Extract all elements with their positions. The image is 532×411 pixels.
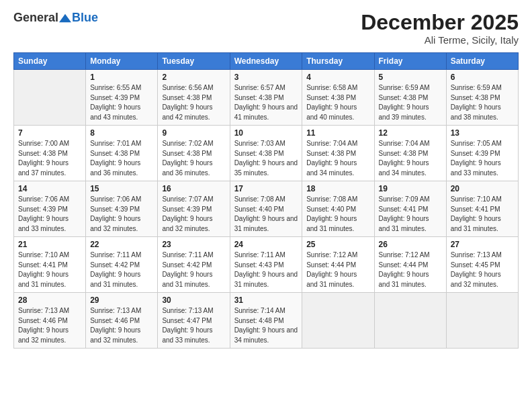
logo: General Blue: [13, 11, 98, 25]
day-number: 22: [90, 240, 153, 249]
day-number: 29: [90, 295, 153, 305]
day-number: 21: [18, 240, 81, 249]
day-info: Sunrise: 7:14 AMSunset: 4:48 PMDaylight:…: [234, 306, 298, 345]
page: General Blue December 2025 Ali Terme, Si…: [0, 0, 532, 411]
day-number: 4: [306, 73, 369, 82]
day-info: Sunrise: 7:12 AMSunset: 4:44 PMDaylight:…: [306, 250, 369, 289]
calendar-cell: 17Sunrise: 7:08 AMSunset: 4:40 PMDayligh…: [230, 181, 302, 237]
calendar-cell: 13Sunrise: 7:05 AMSunset: 4:39 PMDayligh…: [446, 126, 518, 181]
day-number: 17: [234, 184, 298, 193]
weekday-saturday: Saturday: [446, 53, 518, 70]
svg-marker-0: [59, 13, 71, 22]
day-number: 26: [379, 240, 442, 249]
day-number: 15: [90, 184, 153, 193]
calendar-cell: 26Sunrise: 7:12 AMSunset: 4:44 PMDayligh…: [374, 237, 446, 293]
day-number: 14: [18, 184, 81, 193]
calendar-cell: 27Sunrise: 7:13 AMSunset: 4:45 PMDayligh…: [446, 237, 518, 293]
logo-blue: Blue: [72, 11, 98, 25]
day-number: 11: [306, 128, 369, 138]
calendar-cell: 20Sunrise: 7:10 AMSunset: 4:41 PMDayligh…: [446, 181, 518, 237]
month-title: December 2025: [361, 11, 519, 34]
calendar-cell: 24Sunrise: 7:11 AMSunset: 4:43 PMDayligh…: [230, 237, 302, 293]
day-info: Sunrise: 7:07 AMSunset: 4:39 PMDaylight:…: [162, 195, 225, 234]
day-info: Sunrise: 7:04 AMSunset: 4:38 PMDaylight:…: [306, 139, 369, 178]
day-info: Sunrise: 7:04 AMSunset: 4:38 PMDaylight:…: [379, 139, 442, 178]
calendar-week-1: 1Sunrise: 6:55 AMSunset: 4:39 PMDaylight…: [14, 70, 519, 126]
day-info: Sunrise: 7:10 AMSunset: 4:41 PMDaylight:…: [18, 250, 81, 289]
calendar-cell: [446, 293, 518, 349]
calendar-cell: 2Sunrise: 6:56 AMSunset: 4:38 PMDaylight…: [158, 70, 230, 126]
day-info: Sunrise: 6:55 AMSunset: 4:39 PMDaylight:…: [90, 83, 153, 122]
day-info: Sunrise: 7:11 AMSunset: 4:42 PMDaylight:…: [90, 250, 153, 289]
calendar-cell: 5Sunrise: 6:59 AMSunset: 4:38 PMDaylight…: [374, 70, 446, 126]
calendar-cell: 12Sunrise: 7:04 AMSunset: 4:38 PMDayligh…: [374, 126, 446, 181]
calendar-cell: 11Sunrise: 7:04 AMSunset: 4:38 PMDayligh…: [302, 126, 374, 181]
header: General Blue December 2025 Ali Terme, Si…: [13, 11, 519, 46]
day-number: 7: [18, 128, 81, 138]
calendar-cell: 3Sunrise: 6:57 AMSunset: 4:38 PMDaylight…: [230, 70, 302, 126]
day-info: Sunrise: 7:03 AMSunset: 4:38 PMDaylight:…: [234, 139, 298, 178]
day-number: 5: [379, 73, 442, 82]
weekday-tuesday: Tuesday: [158, 53, 230, 70]
calendar-week-5: 28Sunrise: 7:13 AMSunset: 4:46 PMDayligh…: [14, 293, 519, 349]
day-number: 6: [451, 73, 514, 82]
day-info: Sunrise: 6:59 AMSunset: 4:38 PMDaylight:…: [379, 83, 442, 122]
location: Ali Terme, Sicily, Italy: [361, 34, 519, 46]
calendar-week-2: 7Sunrise: 7:00 AMSunset: 4:38 PMDaylight…: [14, 126, 519, 181]
day-info: Sunrise: 6:59 AMSunset: 4:38 PMDaylight:…: [451, 83, 514, 122]
day-number: 31: [234, 295, 298, 305]
day-info: Sunrise: 6:57 AMSunset: 4:38 PMDaylight:…: [234, 83, 298, 122]
weekday-sunday: Sunday: [14, 53, 86, 70]
title-block: December 2025 Ali Terme, Sicily, Italy: [361, 11, 519, 46]
day-number: 30: [162, 295, 225, 305]
weekday-monday: Monday: [86, 53, 158, 70]
day-number: 28: [18, 295, 81, 305]
day-info: Sunrise: 7:08 AMSunset: 4:40 PMDaylight:…: [234, 195, 298, 234]
calendar-week-4: 21Sunrise: 7:10 AMSunset: 4:41 PMDayligh…: [14, 237, 519, 293]
day-info: Sunrise: 6:56 AMSunset: 4:38 PMDaylight:…: [162, 83, 225, 122]
calendar-cell: 14Sunrise: 7:06 AMSunset: 4:39 PMDayligh…: [14, 181, 86, 237]
calendar-cell: [14, 70, 86, 126]
day-info: Sunrise: 6:58 AMSunset: 4:38 PMDaylight:…: [306, 83, 369, 122]
weekday-thursday: Thursday: [302, 53, 374, 70]
calendar-cell: 15Sunrise: 7:06 AMSunset: 4:39 PMDayligh…: [86, 181, 158, 237]
weekday-header-row: SundayMondayTuesdayWednesdayThursdayFrid…: [14, 53, 519, 70]
calendar-cell: 10Sunrise: 7:03 AMSunset: 4:38 PMDayligh…: [230, 126, 302, 181]
day-info: Sunrise: 7:00 AMSunset: 4:38 PMDaylight:…: [18, 139, 81, 178]
day-info: Sunrise: 7:10 AMSunset: 4:41 PMDaylight:…: [451, 195, 514, 234]
day-number: 2: [162, 73, 225, 82]
day-number: 9: [162, 128, 225, 138]
day-info: Sunrise: 7:11 AMSunset: 4:43 PMDaylight:…: [234, 250, 298, 289]
weekday-wednesday: Wednesday: [230, 53, 302, 70]
calendar-cell: 8Sunrise: 7:01 AMSunset: 4:38 PMDaylight…: [86, 126, 158, 181]
calendar-cell: 16Sunrise: 7:07 AMSunset: 4:39 PMDayligh…: [158, 181, 230, 237]
day-info: Sunrise: 7:13 AMSunset: 4:46 PMDaylight:…: [18, 306, 81, 345]
day-info: Sunrise: 7:09 AMSunset: 4:41 PMDaylight:…: [379, 195, 442, 234]
calendar-table: SundayMondayTuesdayWednesdayThursdayFrid…: [13, 52, 519, 349]
day-number: 13: [451, 128, 514, 138]
calendar-cell: 28Sunrise: 7:13 AMSunset: 4:46 PMDayligh…: [14, 293, 86, 349]
day-info: Sunrise: 7:01 AMSunset: 4:38 PMDaylight:…: [90, 139, 153, 178]
calendar-cell: 22Sunrise: 7:11 AMSunset: 4:42 PMDayligh…: [86, 237, 158, 293]
calendar-cell: 6Sunrise: 6:59 AMSunset: 4:38 PMDaylight…: [446, 70, 518, 126]
day-number: 12: [379, 128, 442, 138]
calendar-cell: 23Sunrise: 7:11 AMSunset: 4:42 PMDayligh…: [158, 237, 230, 293]
logo-text: General Blue: [13, 11, 98, 25]
day-number: 24: [234, 240, 298, 249]
calendar-cell: 29Sunrise: 7:13 AMSunset: 4:46 PMDayligh…: [86, 293, 158, 349]
day-number: 8: [90, 128, 153, 138]
logo-general: General: [13, 11, 58, 25]
calendar-cell: 4Sunrise: 6:58 AMSunset: 4:38 PMDaylight…: [302, 70, 374, 126]
day-number: 27: [451, 240, 514, 249]
day-info: Sunrise: 7:08 AMSunset: 4:40 PMDaylight:…: [306, 195, 369, 234]
day-number: 23: [162, 240, 225, 249]
calendar-cell: 25Sunrise: 7:12 AMSunset: 4:44 PMDayligh…: [302, 237, 374, 293]
calendar-cell: [374, 293, 446, 349]
calendar-cell: 21Sunrise: 7:10 AMSunset: 4:41 PMDayligh…: [14, 237, 86, 293]
day-number: 1: [90, 73, 153, 82]
logo-icon: [59, 13, 71, 23]
day-number: 19: [379, 184, 442, 193]
calendar-cell: [302, 293, 374, 349]
weekday-friday: Friday: [374, 53, 446, 70]
day-number: 10: [234, 128, 298, 138]
